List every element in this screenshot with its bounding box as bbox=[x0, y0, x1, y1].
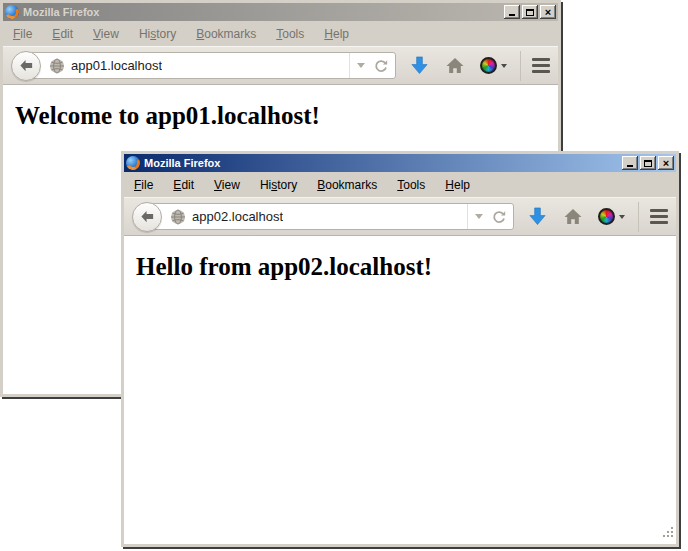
hamburger-menu-icon[interactable] bbox=[532, 56, 550, 75]
minimize-button[interactable] bbox=[504, 5, 520, 19]
colorwheel-addon-icon bbox=[480, 57, 497, 74]
menu-item-edit[interactable]: Edit bbox=[48, 25, 77, 43]
addon-dropdown-caret-icon bbox=[619, 215, 625, 219]
close-icon: × bbox=[663, 158, 669, 168]
colorwheel-addon-button[interactable] bbox=[480, 57, 507, 74]
hamburger-menu-icon[interactable] bbox=[650, 207, 668, 226]
minimize-icon bbox=[509, 14, 515, 16]
home-icon[interactable] bbox=[564, 208, 582, 225]
menu-item-history[interactable]: History bbox=[256, 176, 301, 194]
menu-item-help[interactable]: Help bbox=[441, 176, 474, 194]
url-dropdown-caret-icon[interactable] bbox=[357, 63, 365, 68]
menu-item-bookmarks[interactable]: Bookmarks bbox=[313, 176, 381, 194]
url-text[interactable]: app02.localhost bbox=[192, 209, 283, 224]
page-heading: Hello from app02.localhost! bbox=[136, 253, 676, 281]
resize-grip-icon[interactable] bbox=[662, 525, 675, 543]
url-controls bbox=[467, 204, 513, 229]
back-button[interactable] bbox=[11, 51, 41, 81]
back-icon bbox=[140, 209, 155, 224]
reload-icon[interactable] bbox=[374, 59, 388, 73]
back-button[interactable] bbox=[132, 202, 162, 232]
download-icon[interactable] bbox=[410, 56, 429, 75]
close-button[interactable]: × bbox=[658, 156, 674, 170]
firefox-icon bbox=[5, 5, 19, 19]
maximize-icon bbox=[644, 160, 652, 167]
close-icon: × bbox=[545, 7, 551, 17]
desktop: Mozilla Firefox × FileEditViewHistoryBoo… bbox=[0, 0, 688, 551]
titlebar[interactable]: Mozilla Firefox × bbox=[3, 3, 558, 21]
menu-item-view[interactable]: View bbox=[89, 25, 123, 43]
navigation-toolbar: app01.localhost bbox=[3, 46, 558, 85]
titlebar[interactable]: Mozilla Firefox × bbox=[124, 154, 676, 172]
addon-dropdown-caret-icon bbox=[501, 64, 507, 68]
firefox-icon bbox=[126, 156, 140, 170]
globe-icon[interactable] bbox=[170, 209, 186, 225]
menu-item-bookmarks[interactable]: Bookmarks bbox=[192, 25, 260, 43]
browser-window-app02: Mozilla Firefox × FileEditViewHistoryBoo… bbox=[121, 151, 679, 547]
url-text[interactable]: app01.localhost bbox=[71, 58, 162, 73]
menu-item-file[interactable]: File bbox=[130, 176, 157, 194]
menu-item-edit[interactable]: Edit bbox=[169, 176, 198, 194]
toolbar-separator bbox=[638, 202, 639, 232]
titlebar-buttons: × bbox=[622, 156, 674, 170]
page-heading: Welcome to app01.localhost! bbox=[15, 102, 558, 130]
navigation-toolbar: app02.localhost bbox=[124, 197, 676, 236]
menu-item-view[interactable]: View bbox=[210, 176, 244, 194]
menu-bar: FileEditViewHistoryBookmarksToolsHelp bbox=[124, 172, 676, 197]
colorwheel-addon-button[interactable] bbox=[598, 208, 625, 225]
page-content: Hello from app02.localhost! bbox=[124, 236, 676, 544]
url-bar[interactable]: app02.localhost bbox=[147, 203, 514, 230]
menu-bar: FileEditViewHistoryBookmarksToolsHelp bbox=[3, 21, 558, 46]
window-title: Mozilla Firefox bbox=[23, 6, 99, 18]
reload-icon[interactable] bbox=[492, 210, 506, 224]
maximize-icon bbox=[526, 9, 534, 16]
menu-item-history[interactable]: History bbox=[135, 25, 180, 43]
menu-item-help[interactable]: Help bbox=[320, 25, 353, 43]
home-icon[interactable] bbox=[446, 57, 464, 74]
download-icon[interactable] bbox=[528, 207, 547, 226]
colorwheel-addon-icon bbox=[598, 208, 615, 225]
url-dropdown-caret-icon[interactable] bbox=[475, 214, 483, 219]
close-button[interactable]: × bbox=[540, 5, 556, 19]
minimize-icon bbox=[627, 165, 633, 167]
menu-item-tools[interactable]: Tools bbox=[393, 176, 429, 194]
window-title: Mozilla Firefox bbox=[144, 157, 220, 169]
maximize-button[interactable] bbox=[640, 156, 656, 170]
toolbar-separator bbox=[520, 51, 521, 81]
globe-icon[interactable] bbox=[49, 58, 65, 74]
menu-item-file[interactable]: File bbox=[9, 25, 36, 43]
minimize-button[interactable] bbox=[622, 156, 638, 170]
back-icon bbox=[19, 58, 34, 73]
menu-item-tools[interactable]: Tools bbox=[272, 25, 308, 43]
titlebar-buttons: × bbox=[504, 5, 556, 19]
url-controls bbox=[349, 53, 395, 78]
url-bar[interactable]: app01.localhost bbox=[26, 52, 396, 79]
maximize-button[interactable] bbox=[522, 5, 538, 19]
